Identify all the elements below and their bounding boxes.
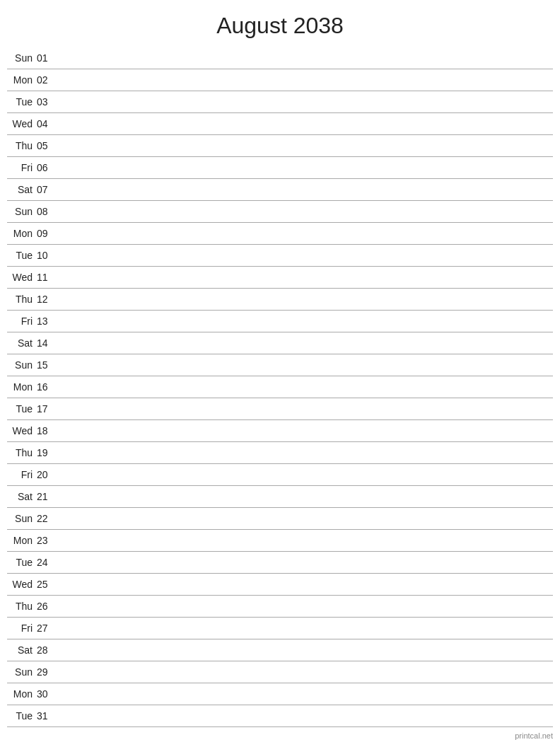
calendar-row: Thu19 [7,442,553,464]
day-name: Sat [7,644,37,656]
day-line [57,540,553,541]
calendar-row: Fri20 [7,464,553,486]
calendar-list: Sun01Mon02Tue03Wed04Thu05Fri06Sat07Sun08… [0,47,560,727]
day-number: 10 [37,250,57,261]
day-name: Wed [7,272,37,283]
day-number: 16 [37,381,57,393]
day-line [57,650,553,651]
day-number: 08 [37,206,57,217]
day-number: 20 [37,469,57,480]
day-number: 21 [37,491,57,502]
day-number: 22 [37,513,57,524]
day-name: Sat [7,184,37,195]
day-number: 01 [37,52,57,64]
day-line [57,365,553,366]
calendar-row: Tue24 [7,552,553,574]
day-name: Sat [7,337,37,349]
day-name: Wed [7,579,37,590]
day-line [57,102,553,103]
day-line [57,694,553,695]
calendar-row: Tue17 [7,398,553,420]
day-line [57,212,553,212]
day-line [57,343,553,344]
day-number: 29 [37,666,57,678]
day-line [57,475,553,475]
day-number: 04 [37,118,57,129]
calendar-row: Tue03 [7,91,553,113]
day-number: 17 [37,403,57,415]
day-name: Mon [7,74,37,86]
day-name: Tue [7,403,37,415]
day-line [57,146,553,146]
calendar-row: Tue31 [7,705,553,727]
day-name: Tue [7,96,37,108]
calendar-row: Mon30 [7,683,553,705]
calendar-row: Sun08 [7,201,553,223]
day-line [57,672,553,673]
calendar-row: Mon09 [7,223,553,245]
day-number: 31 [37,710,57,722]
day-line [57,80,553,81]
day-number: 28 [37,644,57,656]
day-number: 23 [37,535,57,546]
day-line [57,277,553,278]
calendar-row: Sat28 [7,639,553,661]
day-number: 14 [37,337,57,349]
day-name: Wed [7,118,37,129]
day-name: Wed [7,425,37,436]
calendar-row: Mon23 [7,530,553,552]
calendar-row: Sat14 [7,332,553,354]
day-name: Mon [7,688,37,700]
day-line [57,453,553,453]
day-name: Mon [7,228,37,239]
day-name: Fri [7,469,37,480]
day-name: Fri [7,315,37,327]
calendar-row: Fri13 [7,311,553,332]
day-number: 09 [37,228,57,239]
day-number: 19 [37,447,57,458]
calendar-row: Fri27 [7,618,553,639]
calendar-row: Thu05 [7,135,553,157]
day-number: 24 [37,557,57,568]
day-line [57,233,553,234]
day-line [57,124,553,124]
day-line [57,606,553,607]
calendar-row: Tue10 [7,245,553,267]
day-number: 05 [37,140,57,151]
day-line [57,497,553,497]
day-number: 02 [37,74,57,86]
day-name: Sat [7,491,37,502]
calendar-row: Fri06 [7,157,553,179]
day-line [57,716,553,717]
day-name: Mon [7,535,37,546]
page-title: August 2038 [0,0,560,47]
calendar-row: Sun15 [7,354,553,376]
calendar-row: Sun29 [7,661,553,683]
day-line [57,584,553,585]
day-name: Tue [7,557,37,568]
day-number: 12 [37,294,57,305]
day-line [57,409,553,410]
calendar-row: Thu12 [7,289,553,311]
day-number: 25 [37,579,57,590]
calendar-row: Wed18 [7,420,553,442]
day-number: 30 [37,688,57,700]
day-name: Tue [7,710,37,722]
day-line [57,255,553,256]
calendar-row: Sat21 [7,486,553,508]
calendar-row: Sun01 [7,47,553,69]
day-line [57,168,553,168]
day-name: Sun [7,206,37,217]
day-line [57,387,553,388]
day-name: Sun [7,513,37,524]
day-name: Thu [7,140,37,151]
day-line [57,299,553,300]
day-number: 26 [37,601,57,612]
calendar-row: Wed25 [7,574,553,596]
day-name: Sun [7,359,37,371]
day-number: 06 [37,162,57,173]
day-name: Fri [7,622,37,634]
day-number: 11 [37,272,57,283]
day-line [57,519,553,519]
watermark: printcal.net [515,731,553,740]
